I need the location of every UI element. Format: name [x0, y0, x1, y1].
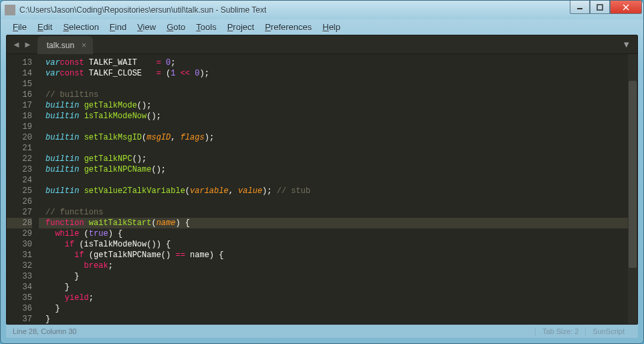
- line-number: 18: [7, 111, 32, 122]
- menu-edit[interactable]: Edit: [32, 21, 58, 33]
- line-number: 32: [7, 261, 32, 271]
- code-line[interactable]: [45, 122, 637, 132]
- window-chrome: C:\Users\Jason\Coding\Repositories\ersun…: [0, 0, 644, 344]
- code-content[interactable]: varconst TALKF_WAIT = 0;varconst TALKF_C…: [39, 54, 637, 324]
- code-line[interactable]: [45, 143, 637, 154]
- code-line[interactable]: yield;: [45, 293, 637, 303]
- svg-rect-1: [597, 5, 603, 10]
- line-number: 35: [7, 293, 32, 303]
- code-line[interactable]: if (isTalkModeNow()) {: [45, 239, 637, 250]
- status-tab-size[interactable]: Tab Size: 2: [535, 327, 585, 335]
- code-line[interactable]: [45, 196, 637, 207]
- code-line[interactable]: function waitTalkStart(name) {: [39, 218, 637, 228]
- scroll-thumb[interactable]: [629, 81, 637, 268]
- line-number: 14: [7, 68, 32, 79]
- code-line[interactable]: }: [45, 271, 637, 282]
- code-line[interactable]: break;: [45, 261, 637, 271]
- minimize-button[interactable]: [570, 1, 590, 14]
- line-number: 27: [7, 207, 32, 218]
- line-number: 29: [7, 228, 32, 239]
- code-line[interactable]: builtin isTalkModeNow();: [45, 111, 637, 122]
- tab-label: talk.sun: [47, 41, 74, 50]
- code-line[interactable]: // builtins: [45, 90, 637, 100]
- code-area[interactable]: 1314151617181920212223242526272829303132…: [7, 54, 637, 324]
- line-number: 16: [7, 90, 32, 100]
- line-number: 28: [7, 218, 32, 228]
- code-line[interactable]: varconst TALKF_WAIT = 0;: [45, 57, 637, 68]
- tab-active[interactable]: talk.sun ×: [37, 36, 93, 55]
- line-number: 25: [7, 186, 32, 196]
- line-number: 17: [7, 100, 32, 111]
- nav-arrows: ◄ ►: [7, 39, 37, 49]
- nav-forward-icon[interactable]: ►: [23, 39, 32, 49]
- menu-file[interactable]: File: [7, 21, 32, 33]
- maximize-button[interactable]: [590, 1, 610, 14]
- code-line[interactable]: }: [45, 303, 637, 314]
- code-line[interactable]: // functions: [45, 207, 637, 218]
- menu-project[interactable]: Project: [222, 21, 259, 33]
- line-number: 33: [7, 271, 32, 282]
- code-line[interactable]: builtin getTalkMode();: [45, 100, 637, 111]
- code-line[interactable]: [45, 175, 637, 186]
- window-title: C:\Users\Jason\Coding\Repositories\ersun…: [19, 5, 639, 15]
- code-line[interactable]: [45, 79, 637, 90]
- line-number: 37: [7, 314, 32, 324]
- line-number: 22: [7, 154, 32, 164]
- line-number: 24: [7, 175, 32, 186]
- code-line[interactable]: builtin getTalkNPCName();: [45, 164, 637, 175]
- status-syntax[interactable]: SunScript: [585, 327, 631, 335]
- code-line[interactable]: if (getTalkNPCName() == name) {: [45, 250, 637, 261]
- menubar: FileEditSelectionFindViewGotoToolsProjec…: [1, 19, 643, 35]
- close-button[interactable]: [610, 1, 642, 14]
- code-line[interactable]: builtin getTalkNPC();: [45, 154, 637, 164]
- line-number-gutter: 1314151617181920212223242526272829303132…: [7, 54, 39, 324]
- menu-tools[interactable]: Tools: [191, 21, 221, 33]
- line-number: 36: [7, 303, 32, 314]
- code-line[interactable]: varconst TALKF_CLOSE = (1 << 0);: [45, 68, 637, 79]
- line-number: 15: [7, 79, 32, 90]
- menu-selection[interactable]: Selection: [58, 21, 104, 33]
- line-number: 20: [7, 132, 32, 143]
- editor-area: ◄ ► talk.sun × ▼ 13141516171819202122232…: [6, 35, 638, 325]
- line-number: 31: [7, 250, 32, 261]
- tab-close-icon[interactable]: ×: [82, 41, 86, 50]
- code-line[interactable]: builtin setValue2TalkVariable(variable, …: [45, 186, 637, 196]
- menu-preferences[interactable]: Preferences: [259, 21, 317, 33]
- line-number: 34: [7, 282, 32, 293]
- vertical-scrollbar[interactable]: [628, 54, 637, 324]
- menu-goto[interactable]: Goto: [161, 21, 191, 33]
- line-number: 23: [7, 164, 32, 175]
- tab-bar: ◄ ► talk.sun × ▼: [7, 35, 637, 54]
- status-position[interactable]: Line 28, Column 30: [13, 327, 535, 335]
- menu-view[interactable]: View: [132, 21, 161, 33]
- code-line[interactable]: }: [45, 314, 637, 324]
- nav-back-icon[interactable]: ◄: [12, 39, 21, 49]
- line-number: 26: [7, 196, 32, 207]
- line-number: 30: [7, 239, 32, 250]
- code-line[interactable]: while (true) {: [45, 228, 637, 239]
- line-number: 13: [7, 57, 32, 68]
- code-line[interactable]: }: [45, 282, 637, 293]
- panes-menu-icon[interactable]: ▼: [622, 39, 631, 49]
- app-icon: [5, 5, 15, 15]
- line-number: 19: [7, 122, 32, 132]
- window-buttons: [570, 1, 642, 14]
- code-line[interactable]: builtin setTalkMsgID(msgID, flags);: [45, 132, 637, 143]
- menu-find[interactable]: Find: [104, 21, 132, 33]
- titlebar[interactable]: C:\Users\Jason\Coding\Repositories\ersun…: [1, 1, 643, 19]
- line-number: 21: [7, 143, 32, 154]
- statusbar: Line 28, Column 30 Tab Size: 2 SunScript: [6, 325, 638, 338]
- menu-help[interactable]: Help: [317, 21, 346, 33]
